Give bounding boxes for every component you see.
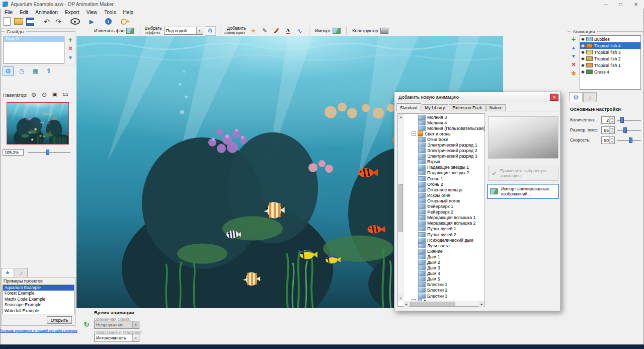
- slides-list[interactable]: Slide 0: [4, 36, 64, 64]
- tree-item[interactable]: Фейерверк 1: [404, 204, 485, 210]
- minimize-button[interactable]: [598, 0, 613, 9]
- setting-slider-handle[interactable]: [620, 117, 624, 123]
- background-settings-icon[interactable]: [3, 66, 14, 76]
- wave-icon[interactable]: [294, 26, 305, 36]
- tree-item[interactable]: Пучок лучей 1: [404, 226, 485, 232]
- setting-slider-handle[interactable]: [623, 127, 627, 133]
- slideshow-icon[interactable]: [30, 66, 41, 76]
- visibility-eye-icon[interactable]: [581, 44, 585, 48]
- menu-item[interactable]: Tools: [101, 10, 119, 15]
- tree-item[interactable]: Электрический разряд 2: [404, 148, 485, 154]
- fade-select[interactable]: Интенсивность: [94, 334, 139, 342]
- add-animation-icon[interactable]: [248, 26, 259, 36]
- anim-sound-tab[interactable]: [583, 92, 597, 102]
- tree-item[interactable]: Свет и огонь: [404, 131, 485, 136]
- move-slide-down-icon[interactable]: [66, 54, 74, 61]
- example-item[interactable]: Forest Example: [3, 291, 74, 296]
- tree-item[interactable]: Огонь 1: [404, 176, 485, 181]
- tree-item[interactable]: Огненное кольцо: [404, 187, 485, 192]
- publish-icon[interactable]: [43, 66, 54, 76]
- dialog-title-bar[interactable]: Добавить новую анимацию: [394, 92, 560, 102]
- menu-item[interactable]: View: [83, 10, 101, 15]
- tree-item[interactable]: Фейерверк 2: [404, 210, 485, 215]
- visibility-eye-icon[interactable]: [581, 37, 585, 41]
- move-layer-down-icon[interactable]: [570, 52, 578, 60]
- setting-slider[interactable]: [617, 127, 641, 133]
- dialog-tab[interactable]: Standard: [396, 103, 421, 111]
- tree-item[interactable]: Сияние: [404, 248, 485, 254]
- tree-item[interactable]: Психоделический дым: [404, 237, 485, 243]
- animation-layer[interactable]: Bubbles: [580, 36, 640, 42]
- tree-item[interactable]: Мерцающая вспышка 1: [404, 215, 485, 221]
- tree-item[interactable]: Мерцающая вспышка 2: [404, 221, 485, 226]
- tree-item[interactable]: Падающие звезды 1: [404, 165, 485, 170]
- brush-icon[interactable]: [271, 26, 282, 36]
- menu-item[interactable]: Export: [61, 10, 83, 15]
- scroll-right-icon[interactable]: [479, 301, 485, 307]
- import-button[interactable]: Импорт: [313, 27, 342, 34]
- tree-item[interactable]: Пучок лучей 2: [404, 232, 485, 237]
- scroll-down-icon[interactable]: [398, 295, 404, 301]
- visibility-eye-icon[interactable]: [581, 63, 585, 67]
- redo-icon[interactable]: [53, 17, 63, 26]
- maximize-button[interactable]: [613, 0, 628, 9]
- time-settings-icon[interactable]: [16, 66, 27, 76]
- close-button[interactable]: [628, 0, 643, 9]
- slide-item[interactable]: Slide 0: [4, 36, 64, 42]
- tree-item[interactable]: Взрыв: [404, 159, 485, 165]
- open-file-icon[interactable]: [14, 17, 24, 26]
- tree-vertical-scrollbar[interactable]: [398, 114, 404, 301]
- menu-item[interactable]: Help: [120, 10, 137, 15]
- animation-layer[interactable]: Tropical fish 4: [580, 42, 640, 49]
- visibility-eye-icon[interactable]: [581, 50, 585, 54]
- gap[interactable]: [37, 17, 40, 26]
- new-file-icon[interactable]: [2, 17, 12, 26]
- effect-select[interactable]: Под водой: [164, 27, 203, 35]
- layer-effects-icon[interactable]: [570, 69, 578, 77]
- zoom-actual-icon[interactable]: [61, 91, 70, 98]
- examples-tab[interactable]: [1, 268, 14, 277]
- horizontal-scroll-thumb[interactable]: [410, 302, 455, 306]
- setting-spinner[interactable]: 50: [601, 136, 615, 144]
- spin-down-icon[interactable]: [610, 120, 614, 123]
- example-item[interactable]: Matrix Code Example: [3, 297, 74, 302]
- text-effect-icon[interactable]: [283, 26, 293, 36]
- tree-item[interactable]: Молния (Пользовательская): [404, 125, 485, 131]
- delete-layer-icon[interactable]: [570, 61, 578, 68]
- tree-item[interactable]: Огонь 2: [404, 181, 485, 187]
- delete-slide-icon[interactable]: [66, 45, 74, 52]
- tree-item[interactable]: Блестки 2: [404, 288, 485, 293]
- setting-spinner[interactable]: 85: [601, 126, 615, 134]
- tree-item[interactable]: Дым 1: [404, 254, 485, 259]
- tree-item[interactable]: Дым 2: [404, 259, 485, 265]
- spin-down-icon[interactable]: [610, 140, 614, 144]
- scroll-left-icon[interactable]: [404, 301, 409, 307]
- example-item[interactable]: Seascape Example: [3, 302, 74, 308]
- tree-item[interactable]: Дым 5: [404, 276, 485, 282]
- tree-item[interactable]: Лучи света: [404, 243, 485, 248]
- tree-item[interactable]: Блестки 1: [404, 282, 485, 288]
- examples-list[interactable]: Aquarium ExampleForest ExampleMatrix Cod…: [3, 285, 74, 314]
- constructor-button[interactable]: Конструктор: [351, 27, 389, 34]
- vertical-scroll-thumb[interactable]: [398, 184, 403, 232]
- dialog-tab[interactable]: Nature: [486, 104, 506, 111]
- tree-item[interactable]: Дым 4: [404, 271, 485, 276]
- music-tab[interactable]: [15, 268, 28, 277]
- add-slide-icon[interactable]: [66, 36, 74, 43]
- tree-item[interactable]: Падающие звезды 2: [404, 170, 485, 176]
- animation-layer[interactable]: Tropical fish 1: [580, 62, 640, 68]
- spin-down-icon[interactable]: [610, 130, 614, 133]
- move-layer-up-icon[interactable]: [570, 44, 578, 51]
- undo-icon[interactable]: [42, 17, 52, 26]
- zoom-in-icon[interactable]: [29, 91, 38, 98]
- import-animated-images-button[interactable]: Импорт анимированных изображений...: [487, 184, 559, 199]
- tree-horizontal-scrollbar[interactable]: [404, 301, 485, 306]
- title-bar[interactable]: Aquarium Example.asw - DP Animation Make…: [0, 0, 644, 9]
- zoom-fit-icon[interactable]: [50, 91, 59, 98]
- change-background-button[interactable]: Изменить фон: [93, 27, 136, 34]
- scroll-up-icon[interactable]: [398, 114, 404, 119]
- navigator-thumbnail[interactable]: [7, 102, 69, 145]
- add-animation-layer-icon[interactable]: [570, 35, 578, 43]
- tree-item[interactable]: Молния 3: [404, 114, 485, 120]
- chevron-down-icon[interactable]: [196, 27, 203, 34]
